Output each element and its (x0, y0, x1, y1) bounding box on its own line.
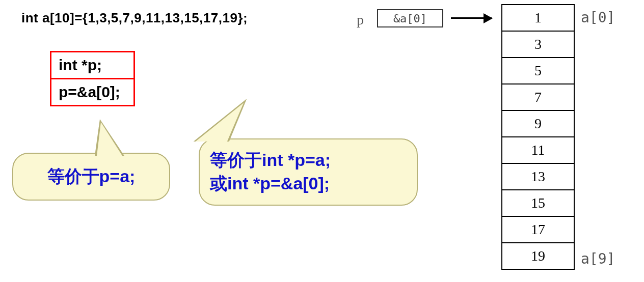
array-cell: 1 (502, 5, 574, 31)
array-cell: 19 (502, 243, 574, 269)
callout-equivalent-left: 等价于p=a; (12, 153, 170, 201)
array-index-label-last: a[9] (581, 250, 615, 267)
pointer-arrow (451, 17, 492, 19)
array-cell: 5 (502, 58, 574, 84)
callout-line: 或int *p=&a[0]; (210, 172, 407, 195)
callout-line: 等价于int *p=a; (210, 149, 407, 172)
code-line: p=&a[0]; (51, 79, 133, 105)
array-index-label-first: a[0] (581, 9, 615, 26)
array-memory-table: 1 3 5 7 9 11 13 15 17 19 (501, 4, 575, 270)
array-cell: 11 (502, 137, 574, 163)
array-cell: 13 (502, 163, 574, 190)
array-cell: 9 (502, 110, 574, 137)
code-line: int *p; (51, 52, 133, 79)
array-cell: 7 (502, 84, 574, 110)
array-cell: 3 (502, 31, 574, 58)
callout-text: 等价于p=a; (22, 165, 160, 188)
array-cell: 17 (502, 216, 574, 243)
pointer-var-label: p (357, 12, 364, 28)
pointer-value-box: &a[0] (377, 9, 443, 27)
array-cell: 15 (502, 190, 574, 216)
callout-equivalent-right: 等价于int *p=a; 或int *p=&a[0]; (199, 138, 418, 206)
array-declaration: int a[10]={1,3,5,7,9,11,13,15,17,19}; (21, 10, 248, 26)
pointer-declaration-box: int *p; p=&a[0]; (50, 51, 135, 106)
